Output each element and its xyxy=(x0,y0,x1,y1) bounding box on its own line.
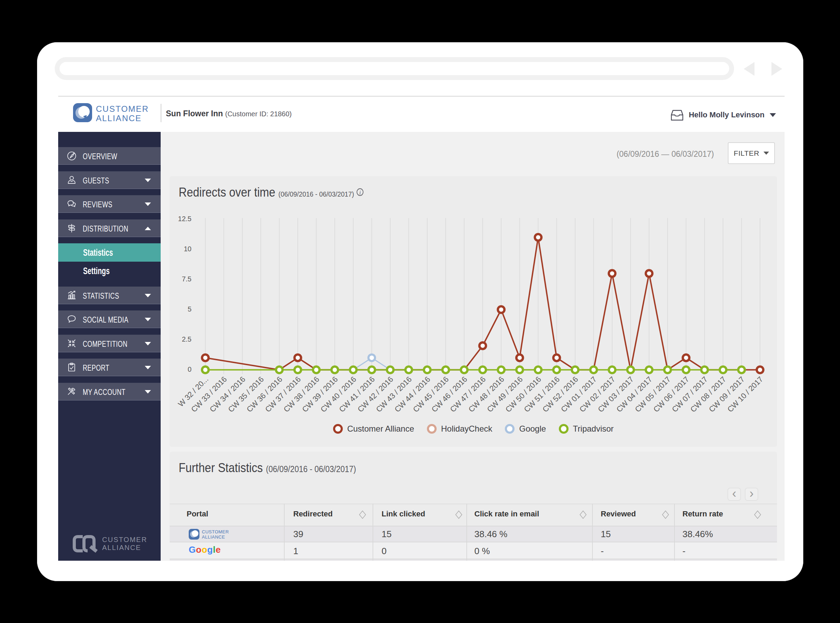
svg-text:10: 10 xyxy=(184,245,192,253)
svg-text:5: 5 xyxy=(188,305,192,313)
svg-text:12.5: 12.5 xyxy=(178,215,192,222)
svg-text:0: 0 xyxy=(188,365,192,373)
svg-text:2.5: 2.5 xyxy=(182,335,192,343)
svg-text:7.5: 7.5 xyxy=(182,275,192,283)
